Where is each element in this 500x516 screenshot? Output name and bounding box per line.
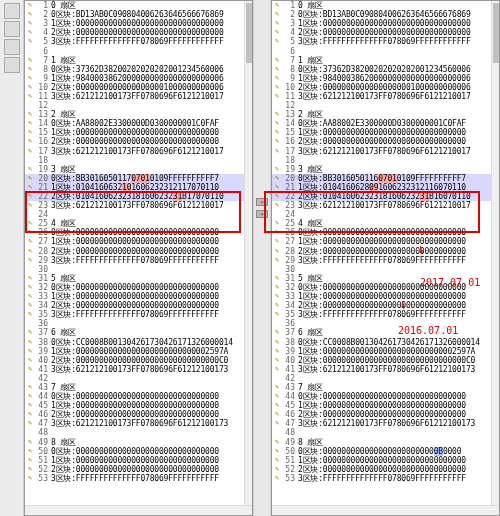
code-line[interactable]: ✎10 扇区: [272, 1, 499, 10]
code-line[interactable]: ✎522区块:0000000000000000000000000000000: [25, 465, 252, 474]
code-line[interactable]: ✎511区块:0000000000000000000000000000000: [272, 456, 499, 465]
code-line[interactable]: ✎80区块:37362D38200202020202001234560006: [25, 65, 252, 74]
code-line[interactable]: 24: [272, 210, 499, 219]
code-line[interactable]: 18: [25, 156, 252, 165]
code-line[interactable]: 30: [272, 265, 499, 274]
code-line[interactable]: ✎413区块:621212100173FF0780696F61212100173: [272, 365, 499, 374]
code-line[interactable]: ✎233区块:621212100173FF0780696F6121210017: [25, 201, 252, 210]
code-line[interactable]: 30: [25, 265, 252, 274]
code-line[interactable]: ✎342区块:0000000000000000000000000000000: [25, 301, 252, 310]
code-line[interactable]: 36: [272, 319, 499, 328]
code-line[interactable]: ✎271区块:0000000000000000000000000000000: [25, 237, 252, 246]
code-line[interactable]: ✎193 扇区: [272, 165, 499, 174]
code-line[interactable]: ✎473区块:621212100173FF0780696F61212100173: [272, 419, 499, 428]
code-line[interactable]: ✎113区块:621212100173FF0780696F6121210017: [272, 92, 499, 101]
code-line[interactable]: ✎440区块:0000000000000000000000000000000: [25, 392, 252, 401]
code-line[interactable]: ✎380区块:CC0008B00130426173042617132600001…: [272, 337, 499, 346]
merge-left-marker[interactable]: «: [256, 198, 268, 206]
code-line[interactable]: ✎462区块:0000000000000000000000000000000: [272, 410, 499, 419]
code-line[interactable]: ✎376 扇区: [25, 328, 252, 337]
left-pane[interactable]: ✎10 扇区✎20区块:BD13AB0C09080400626364656667…: [24, 0, 253, 516]
code-line[interactable]: 42: [272, 374, 499, 383]
code-line[interactable]: ✎173区块:621212100173FF0780696F6121210017: [272, 147, 499, 156]
code-line[interactable]: 12: [25, 101, 252, 110]
scrollbar-horizontal[interactable]: [272, 505, 499, 515]
code-line[interactable]: 48: [272, 428, 499, 437]
code-line[interactable]: ✎20区块:BD13AB0C090804006263646566676869: [25, 10, 252, 19]
code-line[interactable]: ✎498 扇区: [25, 438, 252, 447]
code-line[interactable]: ✎353区块:FFFFFFFFFFFFFF078069FFFFFFFFFFF: [272, 310, 499, 319]
code-line[interactable]: ✎200区块:BB301605011707010109FFFFFFFFFF7: [25, 174, 252, 183]
code-line[interactable]: ✎391区块:00000000000000000000000000002597A: [272, 347, 499, 356]
code-line[interactable]: ✎413区块:621212100173FF0780696F61212100173: [25, 365, 252, 374]
right-pane[interactable]: ✎10 扇区✎20区块:BD13AB0C09080400626364656667…: [271, 0, 500, 516]
code-line[interactable]: ✎211区块:0104160632101606232312117070110: [25, 183, 252, 192]
code-line[interactable]: ✎151区块:0000000000000000000000000000000: [25, 128, 252, 137]
code-line[interactable]: ✎132 扇区: [272, 110, 499, 119]
code-line[interactable]: 48: [25, 428, 252, 437]
code-line[interactable]: ✎380区块:CC0008B00130426173042617132600001…: [25, 337, 252, 346]
code-line[interactable]: ✎437 扇区: [25, 383, 252, 392]
code-line[interactable]: ✎282区块:0000000000000000000000000000000: [272, 247, 499, 256]
code-line[interactable]: ✎132 扇区: [25, 110, 252, 119]
code-line[interactable]: ✎222区块:01041606232318160623231B16070110: [272, 192, 499, 201]
code-line[interactable]: ✎500区块:0000000000000000000000000000000: [25, 447, 252, 456]
scrollbar-vertical[interactable]: [244, 1, 252, 515]
code-line[interactable]: ✎173区块:621212100173FF0780696F6121210017: [25, 147, 252, 156]
code-line[interactable]: 42: [25, 374, 252, 383]
code-line[interactable]: ✎102区块:00000000000000000001000000000006: [272, 83, 499, 92]
code-line[interactable]: 6: [25, 46, 252, 55]
code-line[interactable]: ✎320区块:0000000000000000000000000000000: [25, 283, 252, 292]
code-line[interactable]: 24: [25, 210, 252, 219]
code-line[interactable]: ✎140区块:AA88002E3300000D0300000001C0FAF: [272, 119, 499, 128]
code-line[interactable]: ✎91区块:98400038620000000000000000000006: [25, 74, 252, 83]
code-line[interactable]: ✎533区块:FFFFFFFFFFFFFF078069FFFFFFFFFFF: [272, 474, 499, 483]
scrollbar-vertical[interactable]: [491, 1, 499, 515]
code-line[interactable]: ✎162区块:0000000000000000000000000000000: [25, 137, 252, 146]
code-line[interactable]: ✎113区块:621212100173FF0780696F6121210017: [25, 92, 252, 101]
code-line[interactable]: ✎473区块:621212100173FF0780696F61212100173: [25, 419, 252, 428]
code-line[interactable]: 18: [272, 156, 499, 165]
code-line[interactable]: ✎342区块:0000000000000000000000000000000: [272, 301, 499, 310]
code-line[interactable]: ✎391区块:00000000000000000000000000002597A: [25, 347, 252, 356]
code-line[interactable]: ✎260区块:0000000000000000000000000000000: [25, 228, 252, 237]
code-line[interactable]: ✎53区块:FFFFFFFFFFFFFF078069FFFFFFFFFFFF: [272, 37, 499, 46]
code-line[interactable]: ✎293区块:FFFFFFFFFFFFFF078069FFFFFFFFFFF: [25, 256, 252, 265]
scrollbar-thumb[interactable]: [246, 3, 252, 63]
code-line[interactable]: ✎402区块:0000000000000000000000000000000C0: [25, 356, 252, 365]
code-line[interactable]: ✎511区块:0000000000000000000000000000000: [25, 456, 252, 465]
code-line[interactable]: ✎10 扇区: [25, 1, 252, 10]
code-line[interactable]: ✎260区块:0000000000000000000000000000000: [272, 228, 499, 237]
code-line[interactable]: ✎451区块:0000000000000000000000000000000: [25, 401, 252, 410]
code-line[interactable]: ✎80区块:37362D38200202020202001234560006: [272, 65, 499, 74]
code-line[interactable]: ✎140区块:AA88002E3300000D0300000001C0FAF: [25, 119, 252, 128]
code-line[interactable]: ✎151区块:0000000000000000000000000000000: [272, 128, 499, 137]
code-line[interactable]: 6: [272, 46, 499, 55]
merge-right-marker[interactable]: »: [256, 210, 268, 218]
code-line[interactable]: ✎282区块:0000000000000000000000000000000: [25, 247, 252, 256]
code-line[interactable]: ✎522区块:0000000000000000000000000000000: [272, 465, 499, 474]
scrollbar-thumb[interactable]: [493, 3, 499, 63]
code-line[interactable]: ✎102区块:00000000000000000001000000000006: [25, 83, 252, 92]
scrollbar-horizontal[interactable]: [25, 505, 252, 515]
code-line[interactable]: ✎315 扇区: [25, 274, 252, 283]
code-line[interactable]: ✎293区块:FFFFFFFFFFFFFF078069FFFFFFFFFFF: [272, 256, 499, 265]
code-line[interactable]: ✎440区块:0000000000000000000000000000000: [272, 392, 499, 401]
code-line[interactable]: ✎451区块:0000000000000000000000000000000: [272, 401, 499, 410]
code-line[interactable]: ✎211区块:0104160628091606232312116070110: [272, 183, 499, 192]
code-line[interactable]: ✎31区块:00000000000000000000000000000000: [272, 19, 499, 28]
code-line[interactable]: ✎42区块:00000000000000000000000000000000: [272, 28, 499, 37]
code-line[interactable]: ✎71 扇区: [272, 56, 499, 65]
code-line[interactable]: ✎271区块:0000000000000000000000000000000: [272, 237, 499, 246]
code-line[interactable]: ✎162区块:0000000000000000000000000000000: [272, 137, 499, 146]
code-line[interactable]: ✎20区块:BD13AB0C090804006263646566676869: [272, 10, 499, 19]
code-line[interactable]: ✎331区块:0000000000000000000000000000000: [272, 292, 499, 301]
code-line[interactable]: ✎437 扇区: [272, 383, 499, 392]
code-line[interactable]: ✎222区块:01041606232318160623231B17070110: [25, 192, 252, 201]
code-line[interactable]: ✎91区块:98400038620000000000000000000006: [272, 74, 499, 83]
code-line[interactable]: ✎254 扇区: [272, 219, 499, 228]
gutter-button[interactable]: [4, 21, 20, 37]
code-line[interactable]: ✎376 扇区: [272, 328, 499, 337]
gutter-button[interactable]: [4, 57, 20, 73]
code-line[interactable]: ✎353区块:FFFFFFFFFFFFFF078069FFFFFFFFFFF: [25, 310, 252, 319]
